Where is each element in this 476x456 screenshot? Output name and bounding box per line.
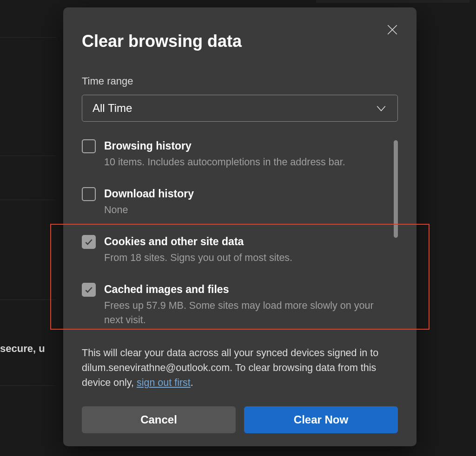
option-title: Cached images and files: [104, 283, 383, 297]
option-description: Frees up 57.9 MB. Some sites may load mo…: [104, 299, 383, 327]
option-browsing-history: Browsing history 10 items. Includes auto…: [82, 139, 383, 169]
chevron-down-icon: [375, 102, 387, 114]
checkbox-cookies[interactable]: [82, 235, 96, 249]
background-header-accent: [316, 0, 469, 3]
background-divider: [0, 156, 56, 156]
option-title: Cookies and other site data: [104, 235, 383, 249]
option-title: Download history: [104, 187, 383, 201]
sync-warning-text: This will clear your data across all you…: [82, 346, 398, 390]
background-divider: [0, 37, 56, 38]
checkmark-icon: [84, 237, 93, 247]
time-range-value: All Time: [93, 102, 132, 115]
background-divider: [0, 385, 56, 386]
option-title: Browsing history: [104, 139, 383, 153]
background-text-fragment: secure, u: [0, 343, 45, 355]
background-divider: [0, 200, 56, 200]
option-download-history: Download history None: [82, 187, 383, 217]
background-divider: [0, 300, 56, 300]
clear-browsing-data-dialog: Clear browsing data Time range All Time …: [63, 7, 416, 446]
checkbox-download-history[interactable]: [82, 187, 96, 201]
option-description: From 18 sites. Signs you out of most sit…: [104, 251, 383, 265]
dialog-title: Clear browsing data: [82, 32, 398, 51]
cancel-button[interactable]: Cancel: [82, 406, 236, 433]
sign-out-link[interactable]: sign out first: [137, 377, 191, 388]
checkbox-cached-images[interactable]: [82, 283, 96, 297]
checkbox-browsing-history[interactable]: [82, 139, 96, 153]
clear-now-button[interactable]: Clear Now: [244, 406, 398, 433]
option-cookies: Cookies and other site data From 18 site…: [82, 235, 383, 265]
options-list: Browsing history 10 items. Includes auto…: [82, 139, 394, 339]
time-range-select[interactable]: All Time: [82, 95, 398, 122]
option-description: None: [104, 203, 383, 217]
option-description: 10 items. Includes autocompletions in th…: [104, 155, 383, 169]
time-range-label: Time range: [82, 75, 398, 87]
close-button[interactable]: [385, 22, 400, 37]
scrollbar-thumb[interactable]: [394, 140, 398, 238]
close-icon: [386, 24, 398, 36]
checkmark-icon: [84, 285, 93, 294]
option-cached-images: Cached images and files Frees up 57.9 MB…: [82, 283, 383, 327]
